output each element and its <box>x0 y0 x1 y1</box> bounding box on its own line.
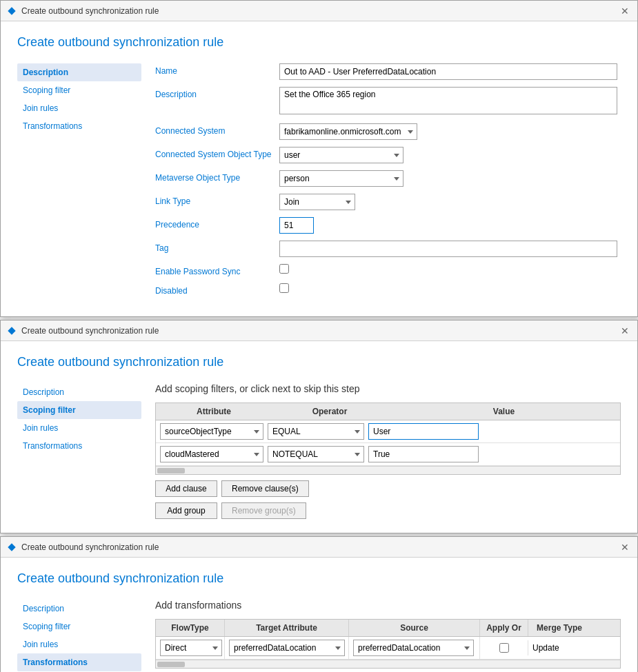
filter-attribute-1[interactable]: sourceObjectType <box>160 423 263 440</box>
description-textarea[interactable]: Set the Office 365 region <box>279 87 617 114</box>
filter-attribute-2[interactable]: cloudMastered <box>160 446 263 462</box>
sidebar-item-scoping-3[interactable]: Scoping filter <box>17 618 141 635</box>
transform-header-applyor: Apply Or <box>480 620 528 636</box>
mergetype-value: Update <box>532 643 559 653</box>
sidebar-item-description-3[interactable]: Description <box>17 600 141 618</box>
disabled-row: Disabled <box>155 283 621 296</box>
sidebar-item-scoping-1[interactable]: Scoping filter <box>17 81 141 99</box>
title-bar-1: Create outbound synchronization rule ✕ <box>1 1 637 21</box>
enable-password-sync-label: Enable Password Sync <box>155 264 279 276</box>
flowtype-select[interactable]: Direct <box>160 640 222 656</box>
scrollbar-thumb <box>157 468 185 474</box>
tag-input[interactable] <box>279 241 617 257</box>
add-group-button[interactable]: Add group <box>155 502 217 519</box>
sidebar-item-description-1[interactable]: Description <box>17 63 141 81</box>
enable-password-sync-checkbox[interactable] <box>279 264 289 274</box>
sidebar-item-scoping-2[interactable]: Scoping filter <box>17 401 141 419</box>
title-bar-2: Create outbound synchronization rule ✕ <box>1 320 637 341</box>
filter-operator-1[interactable]: EQUAL <box>268 423 364 440</box>
clause-buttons: Add clause Remove clause(s) <box>155 480 621 497</box>
transform-header-mergetype: Merge Type <box>528 620 590 636</box>
filter-header-value: Value <box>388 403 620 420</box>
svg-rect-2 <box>8 543 15 551</box>
group-buttons: Add group Remove group(s) <box>155 502 621 519</box>
sidebar-item-join-1[interactable]: Join rules <box>17 99 141 117</box>
transformations-section-title: Add transformations <box>155 600 621 611</box>
transform-mergetype-cell: Update <box>528 640 590 655</box>
targetattr-select[interactable]: preferredDataLocation <box>229 640 345 656</box>
connected-system-label: Connected System <box>155 123 279 136</box>
title-bar-text-1: Create outbound synchronization rule <box>21 6 618 16</box>
filter-value-2[interactable] <box>368 446 479 462</box>
window-icon-2 <box>6 325 17 336</box>
filter-table-header: Attribute Operator Value <box>156 403 620 420</box>
precedence-label: Precedence <box>155 217 279 230</box>
precedence-input[interactable] <box>279 217 314 234</box>
link-type-label: Link Type <box>155 194 279 206</box>
link-type-row: Link Type Join <box>155 194 621 210</box>
transform-source-cell: preferredDataLocation <box>349 637 480 659</box>
filter-header-operator: Operator <box>272 403 388 420</box>
transform-header-flowtype: FlowType <box>156 620 225 636</box>
sidebar-item-transformations-1[interactable]: Transformations <box>17 117 141 135</box>
applyor-checkbox[interactable] <box>499 643 509 653</box>
transform-targetattr-cell: preferredDataLocation <box>225 637 349 659</box>
name-input[interactable] <box>279 63 617 80</box>
sidebar-item-description-2[interactable]: Description <box>17 383 141 401</box>
sidebar-item-transformations-3[interactable]: Transformations <box>17 653 141 671</box>
metaverse-object-type-select[interactable]: person <box>279 170 403 187</box>
form-area-2: Add scoping filters, or click next to sk… <box>155 383 621 519</box>
close-button-1[interactable]: ✕ <box>618 6 632 16</box>
sidebar-item-join-2[interactable]: Join rules <box>17 419 141 437</box>
remove-clause-button[interactable]: Remove clause(s) <box>221 480 309 497</box>
sidebar-item-transformations-2[interactable]: Transformations <box>17 437 141 455</box>
filter-header-attribute: Attribute <box>156 403 272 420</box>
connected-system-object-type-label: Connected System Object Type <box>155 147 279 159</box>
filter-row-1: sourceObjectType EQUAL <box>156 420 620 443</box>
tag-label: Tag <box>155 241 279 253</box>
close-button-3[interactable]: ✕ <box>618 542 632 552</box>
filter-value-1[interactable] <box>368 423 479 440</box>
transform-header-targetattr: Target Attribute <box>225 620 349 636</box>
page-title-1: Create outbound synchronization rule <box>17 35 621 50</box>
enable-password-sync-row: Enable Password Sync <box>155 264 621 276</box>
transform-table-header: FlowType Target Attribute Source Apply O… <box>156 620 620 637</box>
filter-table-scrollbar <box>156 466 620 474</box>
filter-row-2: cloudMastered NOTEQUAL <box>156 443 620 466</box>
transform-table: FlowType Target Attribute Source Apply O… <box>155 619 621 669</box>
transform-header-source: Source <box>349 620 480 636</box>
transform-table-scrollbar <box>156 660 620 668</box>
metaverse-object-type-label: Metaverse Object Type <box>155 170 279 183</box>
sidebar-item-join-3[interactable]: Join rules <box>17 635 141 653</box>
link-type-select[interactable]: Join <box>279 194 355 210</box>
sidebar-1: Description Scoping filter Join rules Tr… <box>17 63 141 303</box>
title-bar-text-3: Create outbound synchronization rule <box>21 542 618 552</box>
window-2: Create outbound synchronization rule ✕ C… <box>0 320 638 533</box>
form-area-3: Add transformations FlowType Target Attr… <box>155 600 621 672</box>
connected-system-object-type-select[interactable]: user <box>279 147 403 163</box>
svg-rect-0 <box>8 7 15 14</box>
page-title-3: Create outbound synchronization rule <box>17 571 621 586</box>
svg-rect-1 <box>8 327 15 334</box>
disabled-label: Disabled <box>155 283 279 296</box>
page-title-2: Create outbound synchronization rule <box>17 355 621 369</box>
filter-operator-2[interactable]: NOTEQUAL <box>268 446 364 462</box>
precedence-row: Precedence <box>155 217 621 234</box>
source-select[interactable]: preferredDataLocation <box>353 640 474 656</box>
title-bar-text-2: Create outbound synchronization rule <box>21 326 618 336</box>
add-clause-button[interactable]: Add clause <box>155 480 217 497</box>
connected-system-row: Connected System fabrikamonline.onmicros… <box>155 123 621 140</box>
metaverse-object-type-row: Metaverse Object Type person <box>155 170 621 187</box>
disabled-checkbox[interactable] <box>279 283 289 293</box>
close-button-2[interactable]: ✕ <box>618 326 632 336</box>
form-area-1: Name Description Set the Office 365 regi… <box>155 63 621 303</box>
transform-row-1: Direct preferredDataLocation preferredDa… <box>156 637 620 660</box>
window-3: Create outbound synchronization rule ✕ C… <box>0 536 638 672</box>
description-label: Description <box>155 87 279 99</box>
connected-system-select[interactable]: fabrikamonline.onmicrosoft.com <box>279 123 417 140</box>
name-row: Name <box>155 63 621 80</box>
remove-group-button[interactable]: Remove group(s) <box>221 502 306 519</box>
name-label: Name <box>155 63 279 76</box>
window-icon-3 <box>6 542 17 553</box>
transform-flowtype-cell: Direct <box>156 637 225 659</box>
